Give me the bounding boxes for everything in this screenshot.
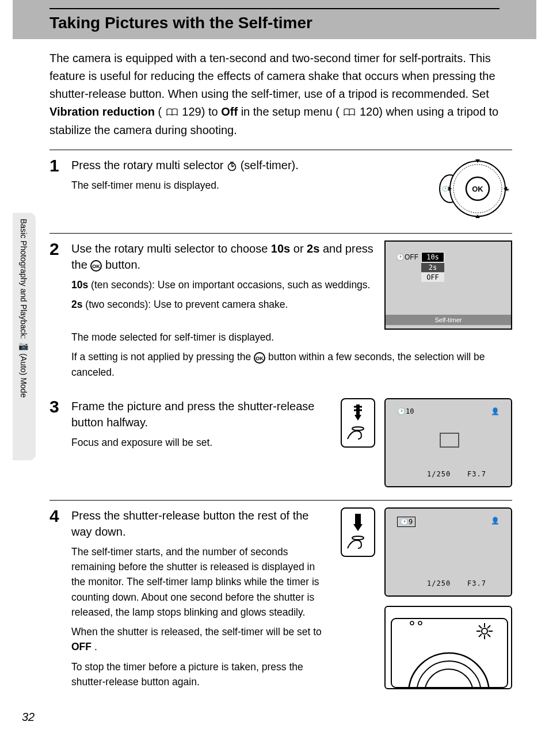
lcd-fstop: F3.7 (467, 579, 486, 587)
step4-desc3: To stop the timer before a picture is ta… (71, 659, 331, 690)
svg-text:OK: OK (93, 264, 101, 269)
svg-text:OK: OK (256, 356, 264, 361)
half-press-figure (341, 398, 375, 448)
lcd-timer-indicator: 🕑10 (397, 407, 414, 415)
step1-desc: The self-timer menu is displayed. (71, 178, 411, 193)
t: (two seconds): Use to prevent camera sha… (85, 299, 288, 310)
menu-opt-off: OFF (421, 273, 444, 282)
t: 2s (307, 242, 319, 255)
ok-label: OK (472, 185, 483, 193)
step1-head-b: (self-timer). (241, 159, 299, 171)
t: When the shutter is released, the self-t… (71, 626, 322, 637)
svg-point-16 (352, 536, 364, 540)
menu-footer: Self-timer (386, 315, 511, 325)
book-icon (344, 104, 355, 121)
page-number: 32 (22, 711, 35, 724)
step-1: 1 Press the rotary multi selector (self-… (0, 150, 549, 227)
menu-opt-10s: 10s (421, 252, 444, 262)
full-press-figure (341, 507, 375, 557)
intro-paragraph: The camera is equipped with a ten-second… (0, 39, 549, 150)
step4-head: Press the shutter-release button the res… (71, 507, 331, 540)
intro-text-b: ( (158, 105, 162, 118)
menu-opt-2s: 2s (421, 263, 444, 272)
svg-text:☀: ☀ (505, 187, 510, 193)
step4-desc1: The self-timer starts, and the number of… (71, 544, 331, 620)
focus-area (440, 433, 459, 448)
header-band: Taking Pictures with the Self-timer (13, 0, 536, 39)
t: OFF (71, 641, 92, 652)
t: Use the rotary multi selector to choose (71, 242, 271, 255)
lcd-figure-step3: 🕑10 👤 1/250 F3.7 (384, 398, 512, 487)
svg-rect-15 (355, 514, 361, 524)
book-icon (166, 104, 178, 121)
step-2: 2 Use the rotary multi selector to choos… (0, 234, 549, 391)
intro-ref1: 129) to (182, 105, 221, 118)
t: If a setting is not applied by pressing … (71, 351, 254, 362)
self-timer-menu-figure: 🕑OFF 10s 2s OFF Self-timer (384, 240, 512, 330)
step-3: 3 Frame the picture and press the shutte… (0, 391, 549, 494)
sidebar-label: Basic Photography and Playback: 📷 (Auto)… (18, 219, 29, 455)
step-number: 4 (49, 507, 63, 694)
intro-bold-vr: Vibration reduction (49, 105, 155, 118)
t: 10s (71, 279, 88, 291)
lcd-face-icon: 👤 (491, 407, 500, 415)
step3-desc: Focus and exposure will be set. (71, 435, 331, 450)
intro-text-a: The camera is equipped with a ten-second… (49, 52, 495, 100)
ok-icon: OK (254, 351, 268, 362)
step3-head: Frame the picture and press the shutter-… (71, 398, 331, 430)
lcd-shutter: 1/250 (427, 579, 451, 587)
step2-desc1: 10s (ten seconds): Use on important occa… (71, 277, 375, 292)
page-title: Taking Pictures with the Self-timer (13, 14, 536, 39)
step-4: 4 Press the shutter-release button the r… (0, 501, 549, 701)
step-number: 3 (49, 398, 63, 487)
menu-items: 10s 2s OFF (421, 252, 444, 282)
t: 10s (271, 242, 290, 255)
lcd-face-icon: 👤 (491, 517, 500, 525)
self-timer-icon (227, 159, 241, 171)
rotary-dial-figure: OK 🕑 ☀ (420, 157, 512, 220)
step2-desc4: If a setting is not applied by pressing … (71, 349, 512, 380)
lcd-shutter: 1/250 (427, 470, 451, 478)
lcd-figure-step4: 🕑9 👤 1/250 F3.7 (384, 507, 512, 597)
t: or (293, 242, 307, 255)
t: button. (105, 258, 140, 271)
intro-bold-off: Off (221, 105, 238, 118)
step-number: 1 (49, 157, 63, 220)
step-number: 2 (49, 240, 63, 384)
ok-icon: OK (90, 258, 105, 271)
step2-desc3: The mode selected for self-timer is disp… (71, 330, 512, 345)
step2-head: Use the rotary multi selector to choose … (71, 240, 375, 273)
menu-indicator: 🕑OFF (396, 253, 418, 261)
intro-text-c: in the setup menu ( (241, 105, 340, 118)
lcd-fstop: F3.7 (467, 470, 486, 478)
t: 2s (71, 299, 82, 310)
svg-point-14 (352, 427, 364, 430)
step1-head-a: Press the rotary multi selector (71, 159, 227, 171)
header-rule (49, 8, 500, 9)
step4-desc2: When the shutter is released, the self-t… (71, 624, 331, 655)
t: . (94, 641, 97, 652)
camera-top-figure (384, 606, 512, 689)
lcd-timer-indicator: 🕑9 (397, 517, 415, 527)
svg-text:🕑: 🕑 (442, 185, 449, 192)
step1-head: Press the rotary multi selector (self-ti… (71, 157, 411, 173)
t: (ten seconds): Use on important occasion… (91, 279, 370, 291)
step2-desc2: 2s (two seconds): Use to prevent camera … (71, 297, 375, 312)
